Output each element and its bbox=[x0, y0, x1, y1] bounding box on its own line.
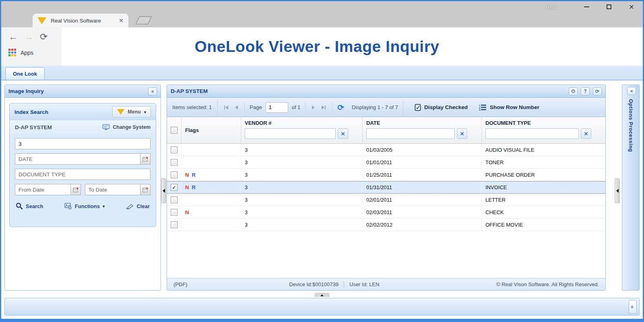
left-splitter[interactable] bbox=[161, 85, 167, 291]
display-checked-button[interactable]: Display Checked bbox=[415, 104, 468, 111]
table-row[interactable]: 3 01/03/2005 AUDIO VISUAL FILE bbox=[167, 144, 605, 156]
from-date-picker-button[interactable] bbox=[70, 184, 81, 195]
svg-text:3: 3 bbox=[479, 109, 480, 111]
vendor-column-label: VENDOR # bbox=[245, 120, 359, 126]
right-collapse-handle[interactable] bbox=[615, 178, 620, 203]
display-checked-label: Display Checked bbox=[424, 104, 468, 110]
vendor-filter-input[interactable] bbox=[245, 128, 336, 139]
chevron-down-icon: ▾ bbox=[103, 204, 105, 208]
table-row[interactable]: ✓ NR 3 01/31/2011 INVOICE bbox=[167, 181, 605, 194]
prev-page-button[interactable] bbox=[233, 105, 239, 109]
key-field[interactable] bbox=[15, 138, 151, 149]
close-window-button[interactable]: ✕ bbox=[620, 1, 643, 12]
tab-one-look[interactable]: One Look bbox=[5, 67, 45, 80]
vendor-filter-clear-button[interactable]: ✕ bbox=[338, 128, 348, 139]
doctype-cell: LETTER bbox=[482, 194, 605, 206]
vendor-cell: 3 bbox=[241, 206, 363, 218]
collapse-left-panel-button[interactable]: « bbox=[148, 87, 157, 95]
last-page-button[interactable] bbox=[320, 105, 327, 109]
browser-tab-strip: Real Vision Software ✕ bbox=[1, 12, 643, 27]
from-date-field[interactable] bbox=[15, 184, 70, 195]
first-page-button[interactable] bbox=[223, 105, 230, 109]
column-header-date[interactable]: DATE ✕ bbox=[363, 117, 482, 143]
maximize-button[interactable] bbox=[598, 1, 620, 12]
document-type-field[interactable] bbox=[15, 169, 151, 180]
next-page-button[interactable] bbox=[310, 105, 316, 109]
to-date-picker-button[interactable] bbox=[140, 184, 151, 195]
dap-system-title: D-AP SYSTEM bbox=[171, 88, 567, 94]
table-row[interactable]: 3 02/01/2011 LETTER bbox=[167, 194, 605, 206]
flag-R: R bbox=[192, 184, 195, 190]
bottom-collapsed-panel: « bbox=[4, 298, 640, 316]
date-filter-clear-button[interactable]: ✕ bbox=[457, 128, 467, 139]
row-checkbox[interactable] bbox=[171, 209, 178, 216]
minimize-button[interactable] bbox=[575, 1, 598, 12]
right-splitter[interactable] bbox=[606, 85, 622, 291]
row-checkbox[interactable] bbox=[171, 159, 178, 166]
row-checkbox[interactable]: ✓ bbox=[171, 184, 178, 191]
column-header-doc-type[interactable]: DOCUMENT TYPE ✕ bbox=[482, 117, 605, 143]
row-checkbox[interactable] bbox=[171, 196, 178, 203]
page-number-input[interactable] bbox=[266, 102, 288, 113]
date-picker-button[interactable] bbox=[140, 153, 151, 165]
options-processing-panel[interactable]: « Options Processing bbox=[622, 85, 640, 291]
search-button[interactable]: Search bbox=[16, 202, 43, 210]
format-label: (PDF) bbox=[173, 281, 242, 287]
doc-type-filter-clear-button[interactable]: ✕ bbox=[581, 128, 591, 139]
table-row[interactable]: 3 01/01/2011 TONER bbox=[167, 156, 605, 169]
left-collapse-handle[interactable] bbox=[161, 178, 166, 203]
flags-column-label: Flags bbox=[185, 127, 199, 133]
table-row[interactable]: NR 3 01/25/2011 PURCHASE ORDER bbox=[167, 169, 605, 181]
favicon-triangle-icon bbox=[37, 17, 46, 24]
row-checkbox-cell bbox=[167, 206, 182, 218]
device-id-label: Device Id:$00100739 bbox=[242, 281, 339, 287]
calendar-icon bbox=[73, 187, 78, 192]
collapse-icon: « bbox=[151, 89, 154, 94]
help-button[interactable]: ? bbox=[581, 87, 590, 95]
expand-bottom-panel-button[interactable]: « bbox=[629, 300, 637, 314]
reload-icon[interactable]: ⟳ bbox=[40, 31, 47, 42]
date-cell: 02/01/2011 bbox=[363, 194, 482, 206]
menu-button[interactable]: Menu ▾ bbox=[112, 106, 151, 118]
browser-tab[interactable]: Real Vision Software ✕ bbox=[33, 14, 128, 27]
refresh-grid-button[interactable]: ⟳ bbox=[337, 103, 344, 111]
bottom-panel-handle[interactable] bbox=[315, 293, 329, 297]
last-page-icon bbox=[322, 105, 324, 109]
clear-button[interactable]: Clear bbox=[126, 203, 150, 209]
row-checkbox-cell bbox=[167, 144, 182, 156]
flags-cell bbox=[182, 219, 241, 231]
menu-label: Menu bbox=[128, 109, 141, 115]
window-title: Real bbox=[546, 4, 557, 10]
refresh-panel-button[interactable]: ⟳ bbox=[593, 87, 602, 95]
functions-button[interactable]: Functions ▾ bbox=[64, 203, 105, 210]
row-checkbox[interactable] bbox=[171, 171, 178, 178]
date-field[interactable] bbox=[15, 153, 140, 165]
to-date-field[interactable] bbox=[85, 184, 140, 195]
date-cell: 02/03/2011 bbox=[363, 206, 482, 218]
row-checkbox[interactable] bbox=[171, 221, 178, 228]
forward-icon[interactable]: → bbox=[24, 31, 33, 42]
select-all-checkbox[interactable] bbox=[171, 127, 178, 134]
vendor-cell: 3 bbox=[241, 194, 363, 206]
row-checkbox-cell bbox=[167, 219, 182, 231]
column-header-vendor[interactable]: VENDOR # ✕ bbox=[241, 117, 363, 143]
column-header-flags[interactable]: Flags bbox=[182, 117, 241, 143]
table-row[interactable]: N 3 02/03/2011 CHECK bbox=[167, 206, 605, 219]
gear-icon: ⚙ bbox=[571, 88, 576, 94]
doc-type-filter-input[interactable] bbox=[485, 128, 579, 139]
row-checkbox[interactable] bbox=[171, 147, 178, 153]
change-system-button[interactable]: Change System bbox=[102, 124, 151, 130]
new-tab-button[interactable] bbox=[135, 16, 152, 25]
show-row-number-button[interactable]: 1 2 3 Show Row Number bbox=[479, 104, 539, 111]
apps-grid-icon bbox=[8, 49, 16, 56]
date-filter-input[interactable] bbox=[366, 128, 455, 139]
page-title: OneLook Viewer - Image Inquiry bbox=[194, 38, 439, 56]
settings-button[interactable]: ⚙ bbox=[569, 87, 578, 95]
vendor-cell: 3 bbox=[241, 144, 363, 156]
search-label: Search bbox=[26, 203, 43, 209]
apps-shortcut[interactable]: Apps bbox=[1, 42, 62, 56]
table-row[interactable]: 3 02/02/2012 OFFICE MOVIE bbox=[167, 219, 605, 231]
tab-close-icon[interactable]: ✕ bbox=[119, 17, 124, 24]
back-icon[interactable]: ← bbox=[8, 31, 18, 42]
expand-options-button[interactable]: « bbox=[627, 87, 636, 95]
